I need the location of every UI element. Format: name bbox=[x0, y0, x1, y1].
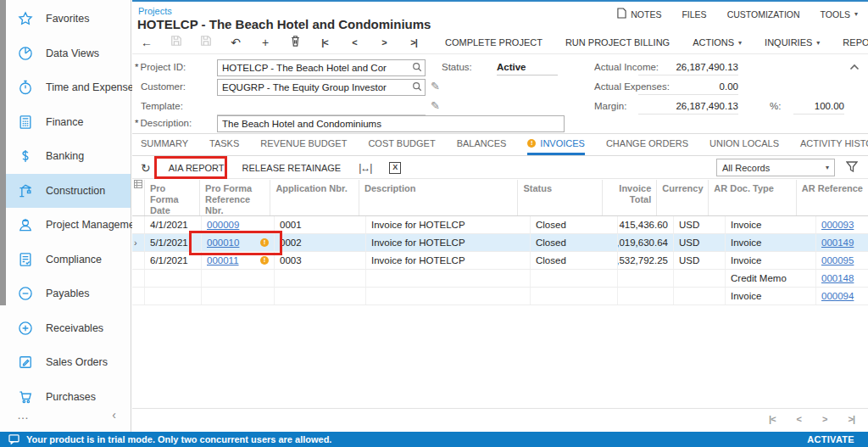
cell-currency: USD bbox=[674, 252, 726, 269]
save-button[interactable] bbox=[198, 35, 214, 50]
refresh-icon[interactable]: ↻ bbox=[141, 161, 151, 175]
column-header-ar-reference[interactable]: AR Reference bbox=[797, 180, 868, 215]
lookup-icon[interactable] bbox=[412, 81, 422, 93]
customization-button[interactable]: CUSTOMIZATION bbox=[727, 9, 800, 20]
ar-reference-link[interactable]: 000149 bbox=[821, 237, 854, 248]
tab-cost-budget[interactable]: COST BUDGET bbox=[368, 136, 435, 155]
export-excel-icon[interactable]: X bbox=[389, 162, 401, 174]
sidebar-item-favorites[interactable]: Favorites bbox=[6, 2, 131, 36]
column-header-application-nbr[interactable]: Application Nbr. bbox=[270, 180, 359, 215]
aia-report-button[interactable]: AIA REPORT bbox=[169, 163, 225, 173]
table-row[interactable]: › 5/1/2021 000010 ! 0002 Invoice for HOT… bbox=[132, 234, 868, 252]
tab-union-locals[interactable]: UNION LOCALS bbox=[709, 136, 779, 155]
ar-reference-link[interactable]: 000093 bbox=[821, 220, 854, 230]
first-page-button[interactable]: |< bbox=[769, 414, 776, 424]
cell-pro-forma-date: 6/1/2021 bbox=[145, 252, 202, 269]
sidebar-item-time-and-expenses[interactable]: Time and Expenses bbox=[6, 70, 131, 105]
delete-record-button[interactable] bbox=[287, 35, 303, 50]
breadcrumb-projects[interactable]: Projects bbox=[138, 6, 172, 16]
last-page-button[interactable]: >| bbox=[848, 414, 854, 424]
column-header-ar-doc-type[interactable]: AR Doc. Type bbox=[709, 180, 797, 215]
sidebar-item-finance[interactable]: Finance bbox=[6, 105, 131, 140]
release-retainage-button[interactable]: RELEASE RETAINAGE bbox=[242, 163, 342, 173]
undo-button[interactable]: ↶ bbox=[228, 35, 243, 50]
cell-currency bbox=[674, 270, 726, 287]
margin-value: 26,187,490.13 bbox=[638, 98, 738, 115]
column-header-pro-forma-date[interactable]: Pro Forma Date bbox=[145, 180, 200, 215]
next-page-button[interactable]: > bbox=[822, 414, 826, 424]
sidebar-item-banking[interactable]: Banking bbox=[6, 139, 131, 174]
pro-forma-ref-link[interactable]: 000011 bbox=[207, 255, 239, 265]
edit-template-icon[interactable]: ✎ bbox=[431, 99, 440, 112]
template-field[interactable] bbox=[217, 98, 426, 115]
sidebar-item-data-views[interactable]: Data Views bbox=[6, 36, 131, 71]
cell-pro-forma-date: 5/1/2021 bbox=[145, 234, 202, 251]
sidebar-item-project-management[interactable]: Project Management bbox=[6, 208, 131, 243]
lookup-icon[interactable] bbox=[412, 62, 422, 74]
sidebar-item-receivables[interactable]: Receivables bbox=[6, 311, 131, 346]
tab-tasks[interactable]: TASKS bbox=[209, 136, 239, 155]
ar-reference-link[interactable]: 000148 bbox=[821, 273, 854, 283]
next-record-button[interactable]: > bbox=[376, 35, 392, 50]
template-label: Template: bbox=[141, 101, 183, 111]
column-header-status[interactable]: Status bbox=[518, 180, 603, 215]
tools-menu[interactable]: TOOLS▾ bbox=[821, 9, 858, 20]
sidebar-item-construction[interactable]: Construction bbox=[6, 174, 131, 209]
table-row[interactable]: › 6/1/2021 000011 ! 0003 Invoice for HOT… bbox=[132, 252, 868, 270]
actions-menu[interactable]: ACTIONS▾ bbox=[693, 37, 742, 47]
complete-project-button[interactable]: COMPLETE PROJECT bbox=[445, 37, 542, 47]
tab-revenue-budget[interactable]: REVENUE BUDGET bbox=[260, 136, 347, 155]
fit-width-icon[interactable]: |↔| bbox=[359, 162, 371, 174]
run-project-billing-button[interactable]: RUN PROJECT BILLING bbox=[565, 37, 670, 47]
inquiries-menu[interactable]: INQUIRIES▾ bbox=[765, 37, 820, 47]
add-record-button[interactable]: + bbox=[258, 35, 273, 50]
sidebar-item-sales-orders[interactable]: Sales Orders bbox=[6, 345, 131, 380]
table-row[interactable]: › 4/1/2021 000009 ! 0001 Invoice for HOT… bbox=[132, 216, 868, 234]
activate-button[interactable]: ACTIVATE bbox=[807, 434, 854, 444]
cell-ar-reference: 000149 bbox=[816, 234, 868, 251]
tab-balances[interactable]: BALANCES bbox=[457, 136, 507, 155]
cell-description: Invoice for HOTELCP bbox=[366, 216, 531, 233]
collapse-form-icon[interactable] bbox=[849, 59, 860, 74]
save-close-button[interactable] bbox=[169, 35, 184, 50]
previous-record-button[interactable]: < bbox=[347, 35, 362, 50]
ar-reference-link[interactable]: 000094 bbox=[821, 291, 854, 301]
records-filter-dropdown[interactable]: All Records ▾ bbox=[716, 159, 835, 176]
tab-summary[interactable]: SUMMARY bbox=[141, 136, 188, 155]
cell-status: Closed bbox=[531, 234, 618, 251]
sidebar-item-compliance[interactable]: Compliance bbox=[6, 243, 131, 277]
project-id-field[interactable]: HOTELCP - The Beach Hotel and Cor bbox=[217, 59, 426, 76]
customer-field[interactable]: EQUGRP - The Equity Group Investor bbox=[217, 79, 426, 96]
first-record-button[interactable]: |< bbox=[317, 35, 332, 50]
ar-reference-link[interactable]: 000095 bbox=[821, 255, 854, 265]
table-row[interactable]: › ! Credit Memo 000148 bbox=[132, 270, 868, 288]
actual-expenses-value: 0.00 bbox=[638, 79, 738, 95]
column-header-invoice-total[interactable]: Invoice Total bbox=[603, 180, 657, 215]
notes-button[interactable]: NOTES bbox=[617, 8, 661, 20]
cell-ar-reference: 000095 bbox=[816, 252, 868, 269]
pro-forma-ref-link[interactable]: 000009 bbox=[207, 220, 239, 230]
filter-funnel-icon[interactable] bbox=[846, 160, 858, 176]
previous-page-button[interactable]: < bbox=[797, 414, 801, 424]
edit-customer-icon[interactable]: ✎ bbox=[431, 80, 440, 92]
cell-description: Invoice for HOTELCP bbox=[366, 234, 531, 251]
tab-change-orders[interactable]: CHANGE ORDERS bbox=[606, 136, 688, 155]
table-row[interactable]: › ! Invoice 000094 bbox=[132, 288, 868, 305]
pro-forma-ref-link[interactable]: 000010 bbox=[207, 237, 239, 248]
column-header-currency[interactable]: Currency bbox=[657, 180, 709, 215]
tab-invoices[interactable]: !INVOICES bbox=[527, 136, 585, 155]
back-button[interactable]: ← bbox=[139, 35, 154, 50]
sidebar-collapse-icon[interactable]: ‹ bbox=[112, 408, 116, 422]
column-header-pro-forma-ref[interactable]: Pro Forma Reference Nbr. bbox=[200, 180, 270, 215]
sidebar-item-payables[interactable]: Payables bbox=[6, 277, 131, 311]
column-header-description[interactable]: Description bbox=[359, 180, 518, 215]
reports-menu[interactable]: REPORTS▾ bbox=[843, 37, 868, 47]
sidebar-scrollbar[interactable] bbox=[0, 0, 6, 305]
sidebar-more-icon[interactable]: … bbox=[17, 408, 30, 422]
row-selector-header[interactable] bbox=[132, 180, 145, 215]
last-record-button[interactable]: >| bbox=[406, 35, 421, 50]
description-field[interactable]: The Beach Hotel and Condominiums bbox=[217, 115, 565, 132]
files-button[interactable]: FILES bbox=[682, 9, 706, 20]
tab-activity-history[interactable]: ACTIVITY HISTORY bbox=[800, 136, 868, 155]
cell-currency: USD bbox=[674, 234, 726, 251]
